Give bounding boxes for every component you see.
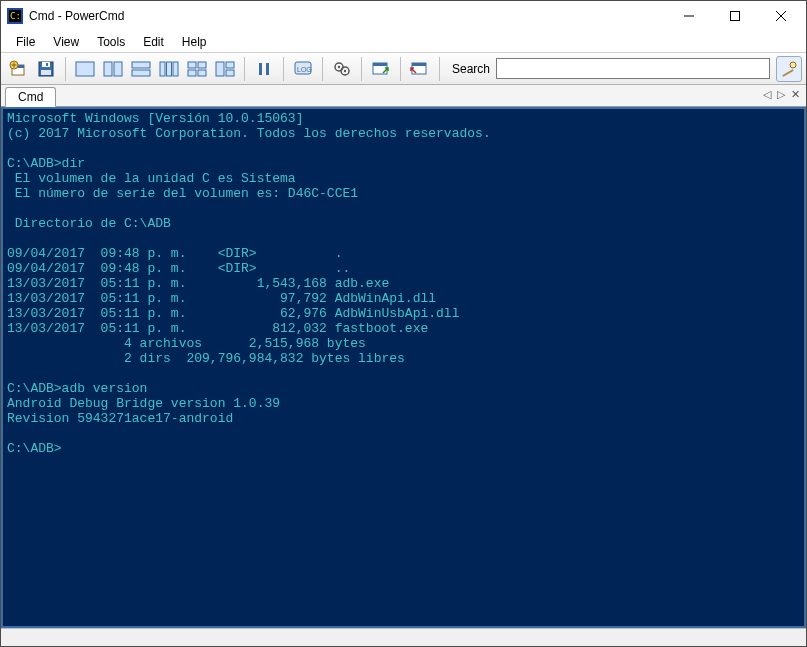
tab-cmd[interactable]: Cmd <box>5 87 56 107</box>
new-tab-button[interactable] <box>5 56 31 82</box>
layout-mix-button[interactable] <box>212 56 238 82</box>
window-title: Cmd - PowerCmd <box>29 9 124 23</box>
tab-close-icon[interactable]: ✕ <box>791 88 800 101</box>
svg-text:C:: C: <box>10 11 21 21</box>
terminal-output[interactable]: Microsoft Windows [Versión 10.0.15063] (… <box>3 109 804 626</box>
svg-rect-30 <box>226 70 234 76</box>
search-label: Search <box>452 62 490 76</box>
svg-rect-15 <box>46 63 48 66</box>
menu-help[interactable]: Help <box>173 33 216 51</box>
status-bar <box>1 628 806 646</box>
layout-2x2-button[interactable] <box>184 56 210 82</box>
settings-button[interactable] <box>329 56 355 82</box>
close-button[interactable] <box>758 1 804 31</box>
svg-rect-19 <box>132 62 150 68</box>
svg-rect-4 <box>731 12 740 21</box>
svg-rect-25 <box>198 62 206 68</box>
svg-rect-26 <box>188 70 196 76</box>
search-go-button[interactable] <box>776 56 802 82</box>
svg-point-36 <box>338 65 340 67</box>
tab-strip: Cmd ◁ ▷ ✕ <box>1 85 806 107</box>
svg-rect-40 <box>373 63 387 66</box>
tab-next-icon[interactable]: ▷ <box>777 88 785 101</box>
log-button[interactable]: LOG <box>290 56 316 82</box>
minimize-button[interactable] <box>666 1 712 31</box>
save-button[interactable] <box>33 56 59 82</box>
layout-3col-button[interactable] <box>156 56 182 82</box>
menu-bar: File View Tools Edit Help <box>1 31 806 53</box>
toolbar: LOG Search <box>1 53 806 85</box>
svg-rect-18 <box>114 62 122 76</box>
svg-text:LOG: LOG <box>297 66 312 73</box>
tab-prev-icon[interactable]: ◁ <box>763 88 771 101</box>
layout-single-button[interactable] <box>72 56 98 82</box>
window-button[interactable] <box>368 56 394 82</box>
maximize-button[interactable] <box>712 1 758 31</box>
svg-rect-24 <box>188 62 196 68</box>
menu-view[interactable]: View <box>44 33 88 51</box>
svg-rect-21 <box>160 62 165 76</box>
svg-point-44 <box>790 62 796 68</box>
svg-rect-28 <box>216 62 224 76</box>
menu-edit[interactable]: Edit <box>134 33 173 51</box>
title-bar: C: Cmd - PowerCmd <box>1 1 806 31</box>
svg-rect-27 <box>198 70 206 76</box>
svg-rect-42 <box>412 63 426 66</box>
svg-rect-29 <box>226 62 234 68</box>
menu-tools[interactable]: Tools <box>88 33 134 51</box>
svg-rect-17 <box>104 62 112 76</box>
layout-vsplit-button[interactable] <box>100 56 126 82</box>
external-button[interactable] <box>407 56 433 82</box>
svg-rect-20 <box>132 70 150 76</box>
tab-cmd-label: Cmd <box>18 90 43 104</box>
pause-button[interactable] <box>251 56 277 82</box>
svg-rect-14 <box>41 70 51 75</box>
svg-rect-31 <box>259 63 262 75</box>
svg-rect-23 <box>173 62 178 76</box>
svg-rect-32 <box>266 63 269 75</box>
svg-rect-43 <box>782 69 793 77</box>
svg-point-38 <box>344 69 346 71</box>
menu-file[interactable]: File <box>7 33 44 51</box>
search-input[interactable] <box>496 58 770 79</box>
layout-hsplit-button[interactable] <box>128 56 154 82</box>
terminal-container: Microsoft Windows [Versión 10.0.15063] (… <box>1 107 806 628</box>
app-icon: C: <box>7 8 23 24</box>
svg-rect-16 <box>76 62 94 76</box>
svg-rect-22 <box>167 62 172 76</box>
